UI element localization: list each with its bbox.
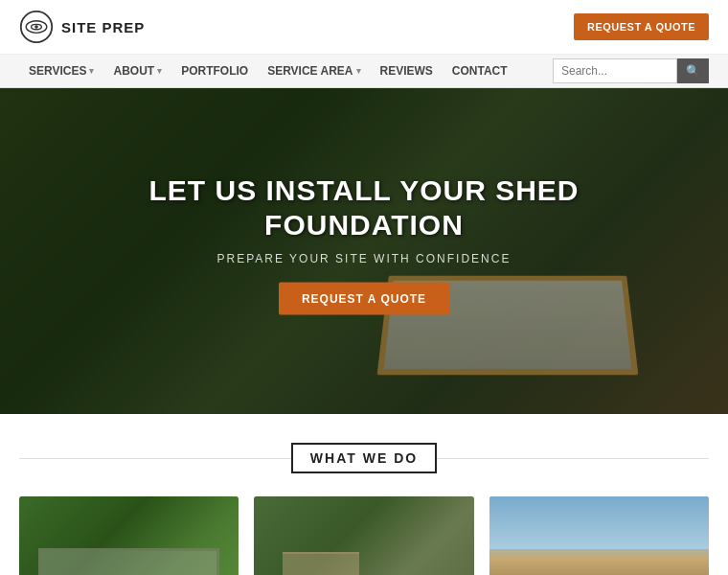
hero-subtitle: PREPARE YOUR SITE WITH CONFIDENCE <box>0 252 728 265</box>
chevron-down-icon: ▾ <box>157 66 162 76</box>
svg-point-3 <box>34 25 38 29</box>
chevron-down-icon: ▾ <box>89 66 94 76</box>
card-1 <box>19 496 239 575</box>
logo-text: SITE PREP <box>61 19 145 35</box>
card-image-3 <box>489 496 709 575</box>
hero-section: LET US INSTALL YOUR SHED FOUNDATION PREP… <box>0 88 728 414</box>
card-image-2 <box>254 496 473 575</box>
section-title-wrap: WHAT WE DO <box>19 443 709 473</box>
hero-content: LET US INSTALL YOUR SHED FOUNDATION PREP… <box>0 173 728 315</box>
card-3 <box>489 496 709 575</box>
search-input[interactable] <box>553 58 677 83</box>
logo-area: SITE PREP <box>19 10 145 44</box>
hero-title: LET US INSTALL YOUR SHED FOUNDATION <box>0 173 728 242</box>
card-image-1 <box>19 496 239 575</box>
cards-container <box>19 496 709 575</box>
nav-item-about[interactable]: ABOUT ▾ <box>103 55 171 87</box>
section-divider-left <box>19 458 291 459</box>
nav-item-services[interactable]: SERVICES ▾ <box>19 55 103 87</box>
header: SITE PREP REQUEST A QUOTE <box>0 0 728 55</box>
card-2 <box>254 496 473 575</box>
header-request-quote-button[interactable]: REQUEST A QUOTE <box>574 13 709 40</box>
what-we-do-section: WHAT WE DO <box>0 414 728 575</box>
nav-item-portfolio[interactable]: PORTFOLIO <box>171 55 258 87</box>
section-title: WHAT WE DO <box>291 443 437 473</box>
nav-links: SERVICES ▾ ABOUT ▾ PORTFOLIO SERVICE ARE… <box>19 55 517 87</box>
section-divider-right <box>437 458 709 459</box>
nav-search: 🔍 <box>553 58 709 83</box>
chevron-down-icon: ▾ <box>356 66 361 76</box>
nav-item-contact[interactable]: CONTACT <box>443 55 517 87</box>
hero-request-quote-button[interactable]: REQUEST A QUOTE <box>279 283 449 315</box>
logo-icon <box>19 10 54 44</box>
search-button[interactable]: 🔍 <box>677 58 709 83</box>
nav-item-reviews[interactable]: REVIEWS <box>371 55 443 87</box>
nav-item-service-area[interactable]: SERVICE AREA ▾ <box>258 55 370 87</box>
main-nav: SERVICES ▾ ABOUT ▾ PORTFOLIO SERVICE ARE… <box>0 55 728 88</box>
